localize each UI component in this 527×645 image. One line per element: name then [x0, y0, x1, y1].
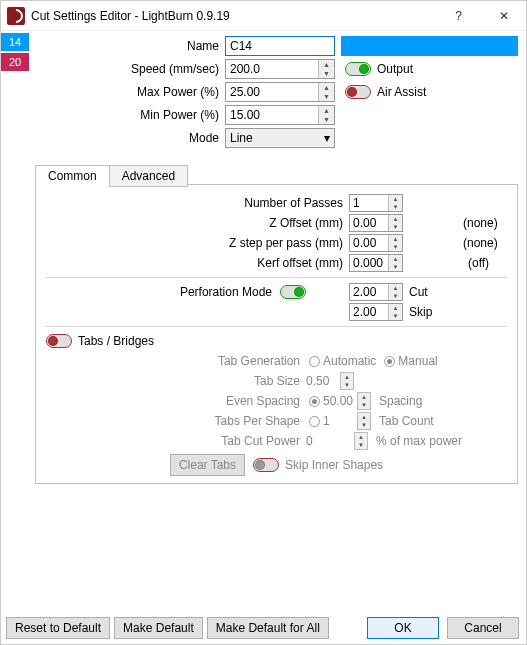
clear-tabs-button: Clear Tabs [170, 454, 245, 476]
output-label: Output [377, 62, 413, 76]
minpower-input[interactable]: 15.00▲▼ [225, 105, 335, 125]
perf-skip-label: Skip [409, 305, 432, 319]
tab-common[interactable]: Common [35, 165, 110, 187]
tabs-bridges-toggle[interactable] [46, 334, 72, 348]
perf-cut-input[interactable]: 2.00▲▼ [349, 283, 403, 301]
tabgen-manual-radio [384, 356, 395, 367]
zoffset-input[interactable]: 0.00▲▼ [349, 214, 403, 232]
make-default-all-button[interactable]: Make Default for All [207, 617, 329, 639]
tabsize-label: Tab Size [46, 374, 306, 388]
minpower-label: Min Power (%) [35, 108, 225, 122]
maxpower-input[interactable]: 25.00▲▼ [225, 82, 335, 102]
name-input[interactable] [225, 36, 335, 56]
zstep-input[interactable]: 0.00▲▼ [349, 234, 403, 252]
tabcutpower-label: Tab Cut Power [46, 434, 306, 448]
mode-label: Mode [35, 131, 225, 145]
tabspershape-label: Tabs Per Shape [46, 414, 306, 428]
tabgen-label: Tab Generation [46, 354, 306, 368]
mode-select[interactable]: Line▾ [225, 128, 335, 148]
air-assist-label: Air Assist [377, 85, 426, 99]
ok-button[interactable]: OK [367, 617, 439, 639]
footer: Reset to Default Make Default Make Defau… [6, 617, 519, 639]
help-button[interactable]: ? [436, 1, 481, 31]
app-icon [7, 7, 25, 25]
reset-default-button[interactable]: Reset to Default [6, 617, 110, 639]
cancel-button[interactable]: Cancel [447, 617, 519, 639]
chevron-down-icon: ▾ [324, 131, 330, 145]
kerf-status: (off) [468, 256, 489, 270]
layer-list: 14 20 [1, 31, 31, 611]
air-assist-toggle[interactable] [345, 85, 371, 99]
tabs-bridges-label: Tabs / Bridges [78, 334, 154, 348]
zoffset-status: (none) [463, 216, 498, 230]
tabspershape-radio [309, 416, 320, 427]
make-default-button[interactable]: Make Default [114, 617, 203, 639]
skip-inner-toggle [253, 458, 279, 472]
perforation-toggle[interactable] [280, 285, 306, 299]
zoffset-label: Z Offset (mm) [46, 216, 349, 230]
evenspacing-radio [309, 396, 320, 407]
close-button[interactable]: ✕ [481, 1, 526, 31]
tab-advanced[interactable]: Advanced [109, 165, 188, 187]
kerf-label: Kerf offset (mm) [46, 256, 349, 270]
layer-chip-20[interactable]: 20 [1, 53, 29, 71]
name-label: Name [35, 39, 225, 53]
kerf-input[interactable]: 0.000▲▼ [349, 254, 403, 272]
layer-chip-14[interactable]: 14 [1, 33, 29, 51]
speed-input[interactable]: 200.0▲▼ [225, 59, 335, 79]
speed-label: Speed (mm/sec) [35, 62, 225, 76]
maxpower-label: Max Power (%) [35, 85, 225, 99]
perf-cut-label: Cut [409, 285, 428, 299]
titlebar: Cut Settings Editor - LightBurn 0.9.19 ?… [1, 1, 526, 31]
passes-input[interactable]: 1▲▼ [349, 194, 403, 212]
color-swatch[interactable] [341, 36, 518, 56]
window-title: Cut Settings Editor - LightBurn 0.9.19 [31, 9, 436, 23]
settings-tabs: Common Advanced Number of Passes1▲▼ Z Of… [35, 184, 518, 484]
tabgen-auto-radio [309, 356, 320, 367]
zstep-label: Z step per pass (mm) [46, 236, 349, 250]
perforation-label: Perforation Mode [180, 285, 272, 299]
skip-inner-label: Skip Inner Shapes [285, 458, 383, 472]
passes-label: Number of Passes [46, 196, 349, 210]
output-toggle[interactable] [345, 62, 371, 76]
perf-skip-input[interactable]: 2.00▲▼ [349, 303, 403, 321]
evenspacing-label: Even Spacing [46, 394, 306, 408]
zstep-status: (none) [463, 236, 498, 250]
